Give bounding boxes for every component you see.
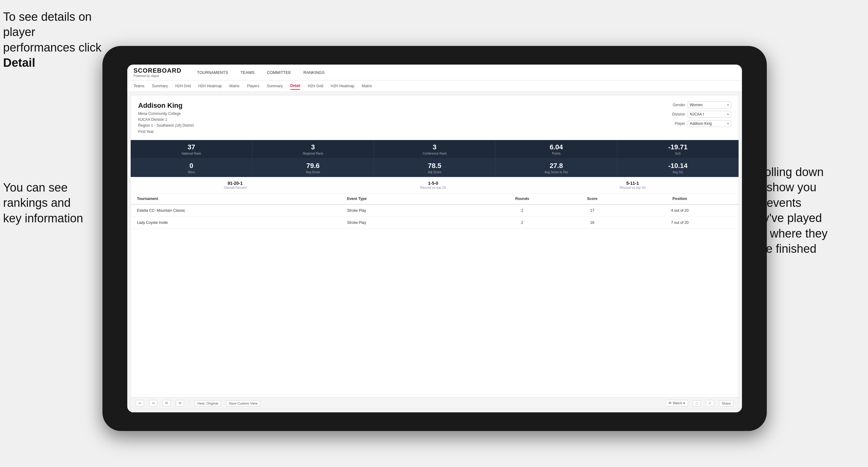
gender-filter-row: Gender Women Men bbox=[666, 101, 731, 108]
nav-teams[interactable]: TEAMS bbox=[241, 69, 254, 76]
top-nav: SCOREBOARD Powered by clippd TOURNAMENTS… bbox=[127, 65, 742, 81]
stat-points-label: Points bbox=[500, 152, 613, 155]
nav-tournaments[interactable]: TOURNAMENTS bbox=[197, 69, 228, 76]
stat-avg-sg: -10.14 Avg SG bbox=[617, 159, 739, 177]
gender-select-wrapper: Women Men bbox=[688, 101, 731, 108]
td-event-1: Stroke Play bbox=[347, 208, 487, 213]
subnav-matrix2[interactable]: Matrix bbox=[362, 83, 372, 89]
stat-adj-score: 78.5 Adj Score bbox=[374, 159, 496, 177]
logo-subtitle: Powered by clippd bbox=[133, 74, 181, 77]
stat-sos-value: -19.71 bbox=[621, 143, 734, 151]
annotation-bottomleft: You can see rankings and key information bbox=[3, 180, 108, 226]
nav-committee[interactable]: COMMITTEE bbox=[267, 69, 291, 76]
redo-button[interactable]: ↪ bbox=[149, 400, 157, 406]
stat-avg-sg-value: -10.14 bbox=[621, 162, 734, 170]
tablet-screen: SCOREBOARD Powered by clippd TOURNAMENTS… bbox=[127, 65, 742, 412]
td-position-2: 7 out of 20 bbox=[627, 220, 732, 225]
annotation-bl-3: key information bbox=[3, 212, 83, 225]
division-select[interactable]: NJCAA I NJCAA II bbox=[688, 111, 731, 118]
bottom-toolbar: ↩ ↪ ⟳ ⟲ View: Original Save Custom View … bbox=[131, 397, 739, 409]
subnav-h2hgrid2[interactable]: H2H Grid bbox=[308, 83, 323, 89]
player-header: Addison King Mesa Community College NJCA… bbox=[131, 95, 739, 140]
record-overall-value: 91-20-1 bbox=[224, 181, 247, 186]
subnav-detail[interactable]: Detail bbox=[290, 82, 301, 90]
player-division: NJCAA Division 1 bbox=[138, 117, 194, 123]
gender-label: Gender bbox=[666, 103, 685, 107]
refresh-button[interactable]: ⟳ bbox=[162, 400, 171, 406]
nav-rankings[interactable]: RANKINGS bbox=[303, 69, 324, 76]
table-row[interactable]: Estella CC- Mountain Classic Stroke Play… bbox=[131, 205, 739, 217]
annotation-bl-2: rankings and bbox=[3, 196, 71, 209]
view-original-button[interactable]: View: Original bbox=[194, 400, 221, 406]
record-top50-label: Record vs top 50 bbox=[620, 186, 645, 189]
subnav-players[interactable]: Players bbox=[247, 83, 259, 89]
stats-row-2: 0 Wins 79.6 Avg Score 78.5 Adj Score 27.… bbox=[131, 158, 739, 177]
stat-sos-label: SoS bbox=[621, 152, 734, 155]
stat-wins-label: Wins bbox=[135, 170, 248, 174]
stat-conference-rank: 3 Conference Rank bbox=[374, 140, 496, 158]
subnav-matrix[interactable]: Matrix bbox=[229, 83, 240, 89]
record-overall: 91-20-1 Overall Record bbox=[224, 181, 247, 189]
player-select-wrapper: Addison King bbox=[688, 120, 731, 127]
subnav-h2hheatmap2[interactable]: H2H Heatmap bbox=[331, 83, 354, 89]
th-score: Score bbox=[557, 196, 627, 201]
stat-national-rank: 37 National Rank bbox=[131, 140, 252, 158]
stat-conference-rank-label: Conference Rank bbox=[378, 152, 491, 155]
annotation-topleft: To see details on player performances cl… bbox=[3, 9, 108, 71]
subnav-h2hgrid[interactable]: H2H Grid bbox=[176, 83, 191, 89]
record-top25-value: 1-5-0 bbox=[420, 181, 446, 186]
stat-wins-value: 0 bbox=[135, 162, 248, 170]
stat-avg-sg-label: Avg SG bbox=[621, 170, 734, 174]
content-area: Addison King Mesa Community College NJCA… bbox=[127, 92, 742, 412]
toolbar-sep-1 bbox=[189, 400, 189, 406]
player-select[interactable]: Addison King bbox=[688, 120, 731, 127]
record-top25-label: Record vs top 25 bbox=[420, 186, 446, 189]
th-tournament: Tournament bbox=[137, 196, 347, 201]
save-custom-view-button[interactable]: Save Custom View bbox=[226, 400, 260, 406]
watch-button[interactable]: 👁 Watch ▾ bbox=[665, 400, 688, 406]
th-event-type: Event Type bbox=[347, 196, 487, 201]
gender-select[interactable]: Women Men bbox=[688, 101, 731, 108]
subnav-teams[interactable]: Teams bbox=[133, 83, 144, 89]
player-year: First Year bbox=[138, 129, 194, 135]
record-top25: 1-5-0 Record vs top 25 bbox=[420, 181, 446, 189]
reset-button[interactable]: ⟲ bbox=[176, 400, 184, 406]
stat-avg-score-par-label: Avg Score to Par bbox=[500, 170, 613, 174]
stat-national-rank-value: 37 bbox=[135, 143, 248, 151]
stats-row-1: 37 National Rank 3 Regional Rank 3 Confe… bbox=[131, 140, 739, 158]
layout-button[interactable]: □ bbox=[693, 400, 701, 406]
annotation-topleft-text: To see details on player performances cl… bbox=[3, 10, 101, 54]
annotation-bl-1: You can see bbox=[3, 181, 68, 194]
player-filters: Gender Women Men Division bbox=[666, 101, 731, 127]
tablet-device: SCOREBOARD Powered by clippd TOURNAMENTS… bbox=[102, 46, 767, 431]
stat-national-rank-label: National Rank bbox=[135, 152, 248, 155]
th-rounds: Rounds bbox=[487, 196, 557, 201]
stat-sos: -19.71 SoS bbox=[617, 140, 739, 158]
player-college: Mesa Community College bbox=[138, 111, 194, 117]
stat-conference-rank-value: 3 bbox=[378, 143, 491, 151]
subnav-h2hheatmap[interactable]: H2H Heatmap bbox=[198, 83, 222, 89]
table-header: Tournament Event Type Rounds Score Posit… bbox=[131, 193, 739, 205]
td-score-2: 16 bbox=[557, 220, 627, 225]
tournament-table: Tournament Event Type Rounds Score Posit… bbox=[131, 193, 739, 397]
td-position-1: 4 out of 20 bbox=[627, 208, 732, 213]
td-event-2: Stroke Play bbox=[347, 220, 487, 225]
annotation-topleft-bold: Detail bbox=[3, 56, 35, 69]
stat-avg-score-value: 79.6 bbox=[257, 162, 369, 170]
record-overall-label: Overall Record bbox=[224, 186, 247, 189]
subnav-summary2[interactable]: Summary bbox=[267, 83, 282, 89]
stat-adj-score-label: Adj Score bbox=[378, 170, 491, 174]
undo-button[interactable]: ↩ bbox=[136, 400, 144, 406]
fullscreen-button[interactable]: ⤢ bbox=[706, 400, 714, 406]
stat-regional-rank: 3 Regional Rank bbox=[252, 140, 374, 158]
td-score-1: 17 bbox=[557, 208, 627, 213]
record-top50-value: 5-11-1 bbox=[620, 181, 645, 186]
share-button[interactable]: Share bbox=[719, 400, 734, 406]
th-position: Position bbox=[627, 196, 732, 201]
td-tournament-1: Estella CC- Mountain Classic bbox=[137, 208, 347, 213]
stat-points: 6.04 Points bbox=[495, 140, 617, 158]
subnav-summary[interactable]: Summary bbox=[152, 83, 168, 89]
stat-regional-rank-value: 3 bbox=[257, 143, 369, 151]
table-row[interactable]: Lady Coyote Invite Stroke Play 2 16 7 ou… bbox=[131, 217, 739, 229]
logo: SCOREBOARD Powered by clippd bbox=[133, 67, 181, 77]
